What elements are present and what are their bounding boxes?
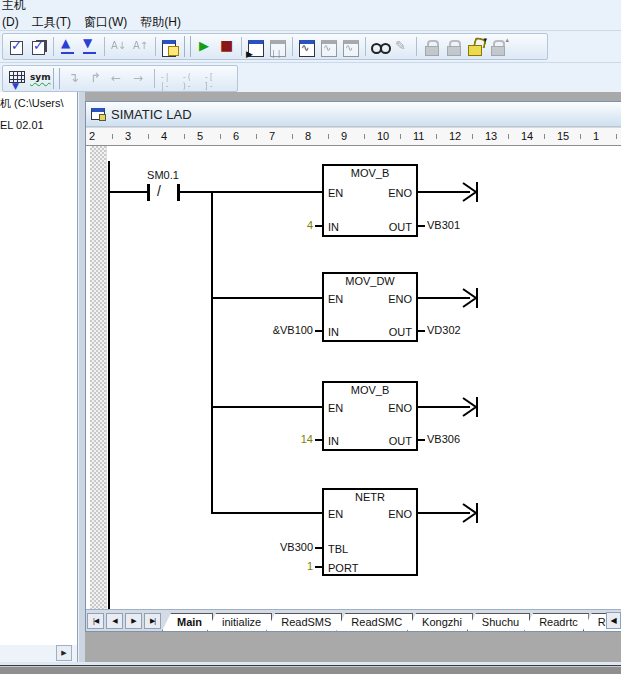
pen-button [391, 35, 413, 58]
monitor-start-icon [247, 38, 265, 56]
ruler-mark: 13 [483, 130, 499, 143]
toolbar-separator [154, 69, 155, 88]
glasses-icon [371, 38, 389, 56]
tab-initialize[interactable]: initialize [207, 613, 272, 631]
monitor-pause-icon [269, 38, 287, 56]
operand-tick [418, 225, 425, 227]
pin-eno: ENO [388, 293, 412, 305]
ruler-mark: 7 [267, 130, 277, 143]
symbol-table-button[interactable] [28, 67, 50, 90]
tab-kongzhi[interactable]: Kongzhi [407, 613, 473, 631]
operand-in[interactable]: 14 [233, 433, 313, 445]
contact-nc-slash: / [157, 183, 161, 199]
network-margin [90, 146, 107, 609]
operand-out[interactable]: VB301 [427, 219, 460, 231]
monitor-start-button[interactable] [245, 35, 267, 58]
tabs-last-button[interactable]: ▶| [144, 613, 161, 629]
pin-in: IN [328, 326, 339, 338]
operand-tick [315, 566, 322, 568]
project-tree-panel: 机 (C:\Users\ EL 02.01 ▶ [0, 92, 78, 662]
line-left-button [107, 67, 129, 90]
unlock-menu-button[interactable]: ▾ [464, 35, 486, 58]
tab-readsmc[interactable]: ReadSMC [336, 613, 413, 631]
block-mov-dw-2[interactable]: MOV_DWENINENOOUT [322, 272, 418, 342]
sidebar-scroll-right-button[interactable]: ▶ [56, 645, 72, 661]
glasses-button[interactable] [369, 35, 391, 58]
upload-button[interactable] [57, 35, 79, 58]
operand-tick [418, 330, 425, 332]
tabs-next-button[interactable]: ▶ [125, 613, 142, 629]
run-button[interactable] [194, 35, 216, 58]
lock-a-icon [422, 38, 440, 56]
status-chart-button[interactable] [296, 35, 318, 58]
operand-in[interactable]: &VB100 [233, 324, 313, 336]
ladder-canvas[interactable]: SM0.1/MOV_BENINENOOUT4VB301MOV_DWENINENO… [87, 146, 621, 609]
toolbar-separator [292, 37, 293, 56]
block-title: MOV_B [324, 384, 416, 396]
eno-output-wire [418, 406, 461, 408]
trend-chart-icon [320, 38, 338, 56]
operand-tick [418, 439, 425, 441]
menu-item-tools[interactable]: 工具(T) [32, 14, 71, 31]
history-chart-icon [342, 38, 360, 56]
operand-out[interactable]: VD302 [427, 324, 461, 336]
stop-button[interactable] [216, 35, 238, 58]
operand-tbl[interactable]: VB300 [233, 541, 313, 553]
pin-eno: ENO [388, 508, 412, 520]
lock-b-button [442, 35, 464, 58]
ruler-mark: 1 [591, 130, 601, 143]
project-tree-line2[interactable]: EL 02.01 [0, 119, 44, 131]
compile-icon [8, 38, 26, 56]
compile-button[interactable] [6, 35, 28, 58]
line-right-icon [131, 70, 149, 88]
operand-tick [315, 225, 322, 227]
sort-ascending-button [108, 35, 130, 58]
block-mov-b-1[interactable]: MOV_BENINENOOUT [322, 164, 418, 237]
coil-button [180, 67, 202, 90]
toolbar-row-main: ▾▴ [0, 30, 621, 62]
address-table-button[interactable] [6, 67, 28, 90]
lock-up-button: ▴ [486, 35, 508, 58]
address-table-icon [8, 70, 26, 88]
tabs-first-button[interactable]: |◀ [87, 613, 104, 629]
operand-out[interactable]: VB306 [427, 433, 460, 445]
tab-shuchu[interactable]: Shuchu [467, 613, 530, 631]
box-icon [204, 70, 222, 88]
ruler-mark: 14 [519, 130, 535, 143]
run-icon [196, 38, 214, 56]
contact-operand[interactable]: SM0.1 [127, 169, 199, 181]
tab-scroll-left-button[interactable]: ◀ [606, 612, 621, 629]
menu-item-help[interactable]: 帮助(H) [140, 14, 181, 31]
menu-item-window[interactable]: 窗口(W) [84, 14, 127, 31]
sidebar-hscrollbar[interactable]: ▶ [0, 645, 78, 662]
options-button[interactable] [159, 35, 181, 58]
lad-editor-titlebar[interactable]: SIMATIC LAD [86, 102, 621, 127]
contact-icon [160, 70, 178, 88]
project-tree-line1[interactable]: 机 (C:\Users\ [0, 96, 64, 111]
block-title: MOV_DW [324, 275, 416, 287]
menu-bar: (D)工具(T)窗口(W)帮助(H) [0, 14, 621, 30]
operand-in[interactable]: 4 [233, 219, 313, 231]
tab-readsms[interactable]: ReadSMS [266, 613, 342, 631]
window-title: 主机 [0, 0, 621, 14]
sort-ascending-icon [110, 38, 128, 56]
en-branch-wire [213, 406, 322, 408]
editor-ruler: 234567891011121314151 [86, 127, 621, 146]
operand-port[interactable]: 1 [233, 560, 313, 572]
block-mov-b-3[interactable]: MOV_BENINENOOUT [322, 381, 418, 451]
lock-up-menu-arrow: ▴ [505, 36, 509, 44]
download-icon [81, 38, 99, 56]
download-button[interactable] [79, 35, 101, 58]
symbol-table-icon [30, 70, 48, 88]
toolbar-separator [104, 37, 105, 56]
tab-main[interactable]: Main [162, 613, 213, 631]
ruler-mark: 6 [231, 130, 241, 143]
tabs-previous-button[interactable]: ◀ [106, 613, 123, 629]
block-netr-4[interactable]: NETRENTBLPORTENO [322, 488, 418, 576]
menu-item-d[interactable]: (D) [2, 15, 19, 29]
toolbar-separator [53, 37, 54, 56]
compile-all-button[interactable] [28, 35, 50, 58]
toolbar-separator [155, 37, 156, 56]
operand-tick [315, 547, 322, 549]
tab-readrtc[interactable]: Readrtc [524, 613, 589, 631]
